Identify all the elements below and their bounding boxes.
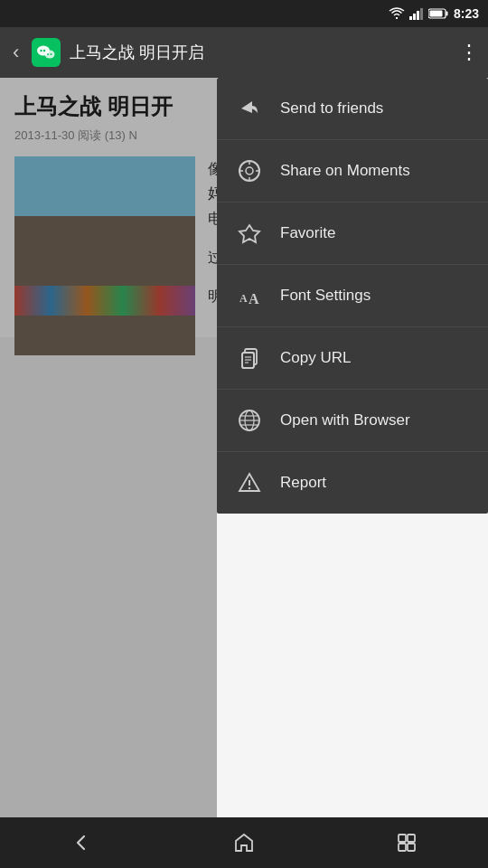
share-icon bbox=[235, 94, 264, 123]
favorite-icon bbox=[235, 219, 264, 248]
bottom-recent-button[interactable] bbox=[380, 825, 434, 861]
svg-point-8 bbox=[41, 50, 42, 52]
menu-item-report[interactable]: Report bbox=[217, 452, 488, 514]
menu-label-share-on-moments: Share on Moments bbox=[280, 162, 410, 180]
status-bar: 8:23 bbox=[0, 0, 488, 27]
svg-rect-37 bbox=[408, 835, 415, 842]
svg-marker-19 bbox=[239, 225, 259, 242]
browser-icon bbox=[235, 406, 264, 435]
menu-item-share-on-moments[interactable]: Share on Moments bbox=[217, 140, 488, 203]
menu-label-open-with-browser: Open with Browser bbox=[280, 411, 410, 429]
bottom-nav bbox=[0, 817, 488, 868]
moments-icon bbox=[235, 156, 264, 185]
nav-title: 上马之战 明日开启 bbox=[70, 42, 450, 63]
menu-label-send-to-friends: Send to friends bbox=[280, 99, 383, 118]
menu-label-favorite: Favorite bbox=[280, 224, 335, 242]
svg-rect-1 bbox=[413, 14, 416, 20]
svg-rect-2 bbox=[417, 11, 419, 20]
menu-item-font-settings[interactable]: A A Font Settings bbox=[217, 265, 488, 327]
battery-icon bbox=[428, 8, 448, 19]
svg-rect-36 bbox=[399, 835, 406, 842]
svg-rect-39 bbox=[408, 844, 415, 851]
menu-item-send-to-friends[interactable]: Send to friends bbox=[217, 78, 488, 140]
bottom-back-button[interactable] bbox=[54, 825, 108, 861]
svg-point-35 bbox=[249, 487, 250, 489]
more-menu-button[interactable]: ⋮ bbox=[459, 41, 479, 64]
menu-item-open-with-browser[interactable]: Open with Browser bbox=[217, 390, 488, 452]
svg-point-11 bbox=[47, 53, 49, 55]
svg-point-10 bbox=[45, 51, 55, 59]
svg-rect-5 bbox=[446, 12, 447, 16]
report-icon bbox=[235, 468, 264, 497]
status-icons bbox=[389, 7, 448, 20]
dim-overlay bbox=[0, 78, 217, 817]
svg-point-14 bbox=[246, 167, 253, 175]
svg-point-12 bbox=[51, 53, 52, 55]
menu-label-copy-url: Copy URL bbox=[280, 349, 351, 367]
svg-rect-0 bbox=[409, 16, 412, 20]
menu-label-font-settings: Font Settings bbox=[280, 287, 371, 305]
copy-url-icon bbox=[235, 344, 264, 373]
wifi-icon bbox=[389, 7, 405, 20]
font-settings-icon: A A bbox=[235, 281, 264, 310]
svg-text:A: A bbox=[249, 291, 259, 307]
nav-bar: ‹ 上马之战 明日开启 ⋮ bbox=[0, 27, 488, 78]
svg-rect-3 bbox=[420, 8, 423, 20]
signal-icon bbox=[408, 7, 425, 20]
menu-label-report: Report bbox=[280, 474, 326, 492]
bottom-home-button[interactable] bbox=[217, 825, 271, 861]
dropdown-menu: Send to friends Share on Moments Favorit… bbox=[217, 78, 488, 514]
wechat-logo bbox=[32, 38, 61, 67]
svg-text:A: A bbox=[239, 292, 248, 305]
status-time: 8:23 bbox=[454, 6, 479, 21]
svg-point-9 bbox=[43, 50, 45, 52]
wechat-icon bbox=[36, 42, 56, 62]
menu-item-copy-url[interactable]: Copy URL bbox=[217, 327, 488, 390]
svg-rect-38 bbox=[399, 844, 406, 851]
back-button[interactable]: ‹ bbox=[9, 37, 23, 68]
svg-rect-6 bbox=[429, 11, 442, 17]
menu-item-favorite[interactable]: Favorite bbox=[217, 203, 488, 265]
